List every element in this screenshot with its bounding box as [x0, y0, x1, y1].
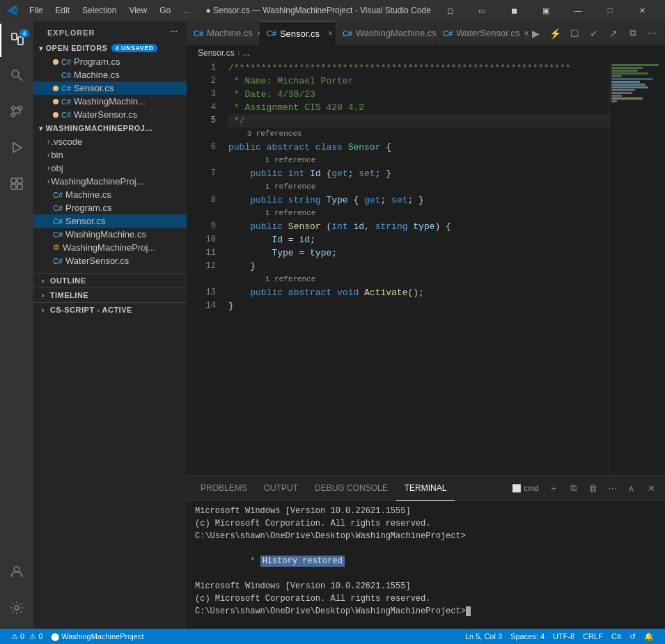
- window-layout3-icon[interactable]: ◼: [498, 0, 530, 21]
- activity-account[interactable]: [0, 556, 33, 590]
- window-minimize-btn[interactable]: —: [562, 0, 594, 21]
- file-watersensor[interactable]: C# WaterSensor.cs: [33, 254, 187, 267]
- test-btn[interactable]: ☐: [566, 25, 583, 42]
- statusbar-errors[interactable]: ⚠ 0 ⚠ 0: [7, 629, 47, 644]
- indent: [228, 286, 250, 299]
- tab-machine[interactable]: C# Machine.cs ×: [187, 21, 260, 45]
- split-btn[interactable]: ⧉: [625, 25, 641, 42]
- tab-label: WaterSensor.cs: [456, 28, 519, 38]
- outline-section[interactable]: › OUTLINE: [33, 273, 187, 288]
- activity-source-control[interactable]: [0, 96, 33, 129]
- cs-file-icon: C#: [61, 58, 71, 66]
- tab-watersensor[interactable]: C# WaterSensor.cs ×: [436, 21, 523, 45]
- folder-washingmachineproj[interactable]: › WashingMachineProj...: [33, 175, 187, 188]
- line-col-text: Ln 5, Col 3: [465, 632, 502, 641]
- sidebar-title: Explorer: [47, 29, 95, 37]
- code-line-4: * Assignment CIS 420 4.2: [228, 101, 609, 114]
- indent: [228, 233, 272, 246]
- file-washingmachineproj[interactable]: ⚙ WashingMachineProj...: [33, 241, 187, 254]
- timeline-section[interactable]: › TIMELINE: [33, 288, 187, 302]
- debug-btn[interactable]: ⚡: [547, 25, 563, 42]
- open-editor-machine[interactable]: C# Machine.cs: [33, 68, 187, 81]
- statusbar-project[interactable]: ⬤ WashingMachineProject: [47, 629, 148, 644]
- window-layout2-icon[interactable]: ▭: [466, 0, 498, 21]
- menu-edit[interactable]: Edit: [49, 4, 75, 17]
- window-layout-icon[interactable]: ◻: [434, 0, 466, 21]
- statusbar-spaces[interactable]: Spaces: 4: [506, 629, 549, 644]
- sidebar-menu-icon[interactable]: ⋯: [170, 28, 178, 37]
- tab-washingmachine[interactable]: C# WashingMachine.cs ×: [336, 21, 436, 45]
- window-split-icon[interactable]: ▣: [530, 0, 562, 21]
- statusbar-sync[interactable]: ↺: [625, 629, 640, 644]
- editor-tabs: C# Machine.cs × C# Sensor.cs × C# Washin…: [187, 21, 665, 45]
- run-btn[interactable]: ▶: [527, 25, 544, 42]
- add-terminal-btn[interactable]: +: [545, 480, 562, 496]
- tab-close-btn[interactable]: ×: [524, 28, 529, 39]
- cs-file-icon: C#: [53, 230, 63, 239]
- identifier: id: [299, 233, 310, 246]
- activity-run[interactable]: [0, 132, 33, 166]
- minimap-line: [611, 72, 648, 74]
- file-program[interactable]: C# Program.cs: [33, 201, 187, 214]
- folder-bin[interactable]: › bin: [33, 148, 187, 162]
- terminal-line-5-selection: * History restored: [195, 542, 657, 580]
- open-btn[interactable]: ↗: [605, 25, 622, 42]
- file-washingmachine[interactable]: C# WashingMachine.cs: [33, 228, 187, 241]
- breadcrumb-file[interactable]: Sensor.cs: [198, 48, 235, 58]
- open-editor-sensor[interactable]: C# Sensor.cs: [33, 81, 187, 95]
- tab-debug-console[interactable]: DEBUG CONSOLE: [306, 476, 396, 501]
- statusbar-language[interactable]: C#: [607, 629, 625, 644]
- terminal-content[interactable]: Microsoft Windows [Version 10.0.22621.15…: [187, 501, 665, 629]
- collapse-panel-btn[interactable]: ∧: [623, 480, 640, 496]
- more-btn[interactable]: ⋯: [644, 25, 661, 42]
- csscript-section[interactable]: › CS-SCRIPT - ACTIVE: [33, 302, 187, 317]
- open-editor-program[interactable]: C# Program.cs: [33, 55, 187, 68]
- tab-close-btn[interactable]: ×: [328, 28, 333, 39]
- activity-extensions[interactable]: [0, 168, 33, 202]
- terminal-panel: PROBLEMS OUTPUT DEBUG CONSOLE TERMINAL ⬜…: [187, 476, 665, 629]
- window-title: ● Sensor.cs — WashingMachineProject - Vi…: [203, 6, 434, 15]
- split-terminal-btn[interactable]: ⧉: [565, 480, 581, 496]
- menu-file[interactable]: File: [24, 4, 48, 17]
- tab-problems[interactable]: PROBLEMS: [192, 476, 256, 501]
- statusbar-encoding[interactable]: UTF-8: [549, 629, 579, 644]
- statusbar-eol[interactable]: CRLF: [579, 629, 607, 644]
- file-machine[interactable]: C# Machine.cs: [33, 188, 187, 201]
- open-editor-water[interactable]: C# WaterSensor.cs: [33, 108, 187, 121]
- activity-explorer[interactable]: 4: [0, 24, 33, 57]
- breadcrumb-more[interactable]: ...: [243, 48, 250, 58]
- window-close-btn[interactable]: ✕: [626, 0, 658, 21]
- more-panel-btn[interactable]: ⋯: [604, 480, 620, 496]
- activity-settings[interactable]: [0, 592, 33, 626]
- menu-selection[interactable]: Selection: [77, 4, 122, 17]
- svg-point-4: [12, 106, 15, 109]
- minimap-line: [611, 81, 640, 83]
- line-num-10: 10: [187, 233, 216, 246]
- close-panel-btn[interactable]: ✕: [643, 480, 659, 496]
- sync-icon: ↺: [629, 632, 636, 641]
- file-sensor[interactable]: C# Sensor.cs: [33, 214, 187, 228]
- statusbar-ln-col[interactable]: Ln 5, Col 3: [461, 629, 506, 644]
- menu-go[interactable]: Go: [154, 4, 176, 17]
- folder-vscode[interactable]: › .vscode: [33, 135, 187, 148]
- activity-search[interactable]: [0, 60, 33, 93]
- error-count: 0: [20, 632, 24, 641]
- open-editors-section[interactable]: ▾ Open Editors 4 unsaved: [33, 41, 187, 55]
- folder-obj[interactable]: › obj: [33, 162, 187, 175]
- check-btn[interactable]: ✓: [586, 25, 602, 42]
- tab-sensor[interactable]: C# Sensor.cs ×: [260, 21, 336, 45]
- code-content[interactable]: /***************************************…: [221, 61, 609, 476]
- statusbar-bell[interactable]: 🔔: [640, 629, 658, 644]
- svg-rect-1: [18, 37, 23, 45]
- menu-view[interactable]: View: [123, 4, 152, 17]
- window-maximize-btn[interactable]: □: [594, 0, 626, 21]
- panel-tabs: PROBLEMS OUTPUT DEBUG CONSOLE TERMINAL ⬜…: [187, 476, 665, 501]
- svg-point-13: [15, 606, 19, 610]
- open-editor-washing[interactable]: C# WashingMachin...: [33, 95, 187, 108]
- trash-terminal-btn[interactable]: 🗑: [584, 480, 601, 496]
- menu-more[interactable]: ...: [178, 4, 196, 17]
- chevron-right-icon: ›: [42, 277, 45, 285]
- tab-terminal[interactable]: TERMINAL: [396, 476, 455, 501]
- project-section[interactable]: ▾ WASHINGMACHINEPROJ...: [33, 121, 187, 135]
- tab-output[interactable]: OUTPUT: [256, 476, 306, 501]
